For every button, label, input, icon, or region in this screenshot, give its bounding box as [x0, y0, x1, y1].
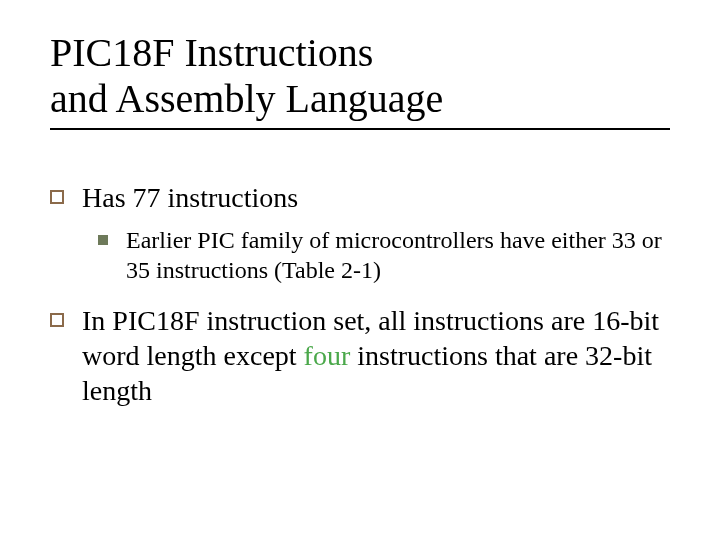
bullet-level2: Earlier PIC family of microcontrollers h… [98, 225, 670, 285]
slide-title: PIC18F Instructions and Assembly Languag… [50, 30, 670, 130]
bullet-level1: Has 77 instructions [50, 180, 670, 215]
bullet-level1: In PIC18F instruction set, all instructi… [50, 303, 670, 408]
slide: PIC18F Instructions and Assembly Languag… [0, 0, 720, 540]
square-bullet-icon [50, 313, 64, 327]
slide-body: Has 77 instructions Earlier PIC family o… [50, 180, 670, 408]
bullet-text: Earlier PIC family of microcontrollers h… [126, 225, 670, 285]
bullet-text: In PIC18F instruction set, all instructi… [82, 303, 670, 408]
title-line-2: and Assembly Language [50, 76, 443, 121]
square-bullet-icon [50, 190, 64, 204]
square-bullet-icon [98, 235, 108, 245]
bullet-text-highlight: four [304, 340, 351, 371]
title-line-1: PIC18F Instructions [50, 30, 373, 75]
bullet-text: Has 77 instructions [82, 180, 670, 215]
